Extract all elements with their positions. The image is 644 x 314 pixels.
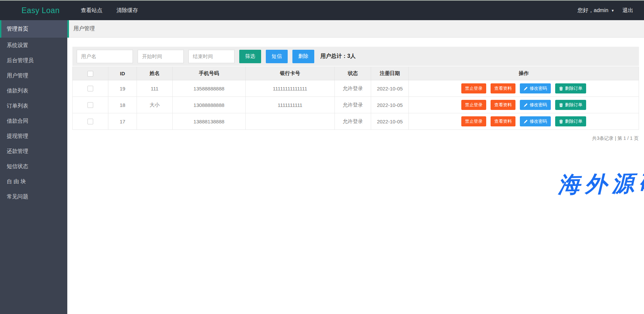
row-actions-cell: 禁止登录查看资料修改密码删除订单 — [409, 97, 639, 113]
action-button-label: 修改密码 — [530, 118, 547, 124]
user-greeting: 您好，admin — [578, 7, 609, 14]
sidebar-item-5[interactable]: 订单列表 — [0, 98, 67, 113]
row-name-cell: 111 — [137, 80, 173, 97]
row-phone-cell: 13588888888 — [173, 80, 246, 97]
sidebar-item-2[interactable]: 后台管理员 — [0, 53, 67, 68]
table-row: 18大小130888888881111111111允许登录2022-10-05禁… — [73, 97, 639, 113]
column-header-3: 银行卡号 — [246, 67, 335, 80]
select-all-header-cell — [73, 67, 108, 80]
row-select-cell — [73, 97, 108, 113]
breadcrumb: 用户管理 — [73, 25, 95, 32]
trash-icon — [559, 103, 563, 107]
action-button-label: 禁止登录 — [465, 85, 482, 91]
action-button-label: 查看资料 — [494, 102, 512, 108]
row-actions-cell: 禁止登录查看资料修改密码删除订单 — [409, 80, 639, 97]
action-button-label: 查看资料 — [494, 118, 512, 124]
column-header-5: 注册日期 — [371, 67, 409, 80]
row-checkbox[interactable] — [87, 102, 93, 108]
row-status-cell: 允许登录 — [335, 80, 371, 97]
action-button-label: 禁止登录 — [465, 118, 482, 124]
nav-links: 查看站点 清除缓存 — [81, 7, 138, 14]
sms-button[interactable]: 短信 — [266, 50, 288, 63]
nav-link-view-site[interactable]: 查看站点 — [81, 7, 102, 14]
row-actions: 禁止登录查看资料修改密码删除订单 — [409, 83, 639, 93]
sidebar-item-3[interactable]: 用户管理 — [0, 68, 67, 83]
row-select-cell — [73, 80, 108, 97]
user-menu[interactable]: 您好，admin ▼ — [578, 7, 614, 14]
change-password-button[interactable]: 修改密码 — [520, 100, 551, 110]
pencil-icon — [524, 103, 528, 107]
sidebar-item-1[interactable]: 系统设置 — [0, 38, 67, 53]
action-button-label: 禁止登录 — [465, 102, 482, 108]
row-id-cell: 18 — [108, 97, 137, 113]
sidebar-item-7[interactable]: 提现管理 — [0, 128, 67, 144]
action-button-label: 查看资料 — [494, 85, 512, 91]
app-logo: Easy Loan — [22, 6, 60, 15]
sidebar-item-10[interactable]: 自 由 块 — [0, 174, 67, 189]
row-bank-cell: 1111111111 — [246, 97, 335, 113]
row-bank-cell: 11111111111111 — [246, 80, 335, 97]
delete-order-button[interactable]: 删除订单 — [555, 116, 586, 126]
forbid-login-button[interactable]: 禁止登录 — [461, 83, 486, 93]
user-total-label: 用户总计：3人 — [320, 53, 356, 60]
sidebar-item-11[interactable]: 常见问题 — [0, 189, 67, 204]
action-button-label: 删除订单 — [565, 102, 582, 108]
delete-button[interactable]: 删除 — [292, 50, 314, 63]
view-profile-button[interactable]: 查看资料 — [491, 116, 515, 126]
sidebar-nav: 管理首页系统设置后台管理员用户管理借款列表订单列表借款合同提现管理还款管理短信状… — [0, 20, 67, 314]
nav-link-clear-cache[interactable]: 清除缓存 — [116, 7, 138, 14]
sidebar-item-6[interactable]: 借款合同 — [0, 113, 67, 128]
forbid-login-button[interactable]: 禁止登录 — [461, 116, 486, 126]
select-all-checkbox[interactable] — [87, 71, 93, 77]
logout-button[interactable]: 退出 — [622, 7, 633, 14]
filter-toolbar: 筛选 短信 删除 用户总计：3人 — [72, 47, 639, 66]
trash-icon — [559, 119, 563, 124]
pencil-icon — [524, 86, 528, 91]
row-name-cell — [137, 113, 173, 130]
row-phone-cell: 13888138888 — [173, 113, 246, 130]
row-date-cell: 2022-10-05 — [371, 97, 409, 113]
row-actions: 禁止登录查看资料修改密码删除订单 — [409, 100, 639, 110]
row-name-cell: 大小 — [137, 97, 173, 113]
column-header-2: 手机号码 — [173, 67, 246, 80]
user-table: ID姓名手机号码银行卡号状态注册日期操作 1911113588888888111… — [72, 67, 639, 130]
change-password-button[interactable]: 修改密码 — [520, 116, 551, 126]
view-profile-button[interactable]: 查看资料 — [491, 100, 515, 110]
trash-icon — [559, 86, 563, 91]
column-header-4: 状态 — [335, 67, 371, 80]
username-input[interactable] — [77, 50, 133, 63]
delete-order-button[interactable]: 删除订单 — [555, 83, 586, 93]
table-header-row: ID姓名手机号码银行卡号状态注册日期操作 — [73, 67, 639, 80]
logo-zone: Easy Loan — [0, 6, 67, 15]
action-button-label: 修改密码 — [530, 85, 547, 91]
main-content: 用户管理 筛选 短信 删除 用户总计：3人 — [67, 20, 644, 314]
row-checkbox[interactable] — [87, 86, 93, 91]
row-bank-cell — [246, 113, 335, 130]
sidebar-item-8[interactable]: 还款管理 — [0, 144, 67, 159]
row-checkbox[interactable] — [87, 119, 93, 124]
start-time-input[interactable] — [138, 50, 184, 63]
column-header-0: ID — [108, 67, 137, 80]
row-status-cell: 允许登录 — [335, 97, 371, 113]
pagination-status: 共3条记录 | 第 1 / 1 页 — [72, 135, 639, 142]
pencil-icon — [524, 119, 528, 124]
action-button-label: 删除订单 — [565, 118, 582, 124]
forbid-login-button[interactable]: 禁止登录 — [461, 100, 486, 110]
sidebar-item-4[interactable]: 借款列表 — [0, 83, 67, 98]
chevron-down-icon: ▼ — [611, 9, 614, 12]
sidebar-item-0[interactable]: 管理首页 — [0, 20, 67, 38]
column-header-1: 姓名 — [137, 67, 173, 80]
row-status-cell: 允许登录 — [335, 113, 371, 130]
change-password-button[interactable]: 修改密码 — [520, 83, 551, 93]
action-button-label: 修改密码 — [530, 102, 547, 108]
end-time-input[interactable] — [188, 50, 235, 63]
row-phone-cell: 13088888888 — [173, 97, 246, 113]
filter-button[interactable]: 筛选 — [239, 50, 261, 63]
delete-order-button[interactable]: 删除订单 — [555, 100, 586, 110]
column-header-6: 操作 — [409, 67, 639, 80]
row-date-cell: 2022-10-05 — [371, 80, 409, 97]
view-profile-button[interactable]: 查看资料 — [491, 83, 515, 93]
sidebar-item-9[interactable]: 短信状态 — [0, 159, 67, 174]
top-navbar: Easy Loan 查看站点 清除缓存 您好，admin ▼ 退出 — [0, 1, 644, 20]
row-select-cell — [73, 113, 108, 130]
